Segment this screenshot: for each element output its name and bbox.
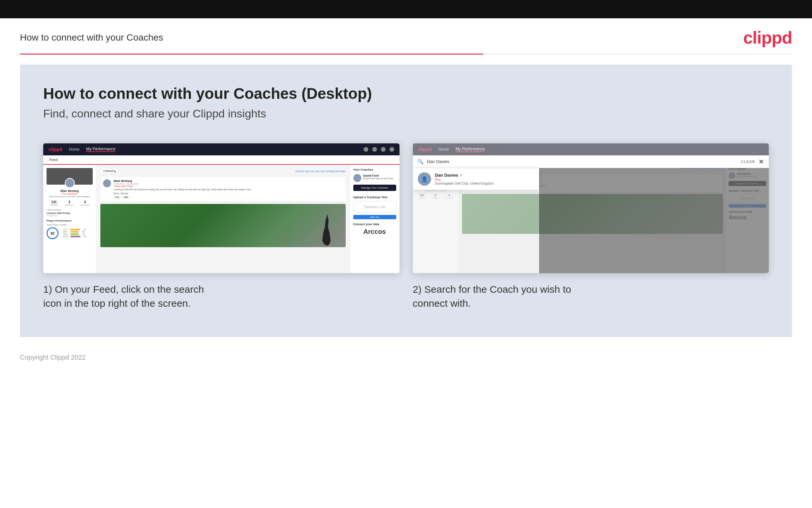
- manage-coaches-button[interactable]: Manage Your Coaches: [353, 185, 396, 191]
- post-content-1: Blair McHarg Yesterday · Sunningdale Les…: [114, 179, 252, 199]
- user-icon-nav[interactable]: [389, 147, 394, 152]
- control-link-1[interactable]: Control who can see your activity and da…: [295, 170, 346, 173]
- connect-title-1: Connect your data: [353, 222, 396, 226]
- feed-tab-1[interactable]: Feed: [43, 155, 399, 165]
- search-result-role: Pro: [435, 178, 494, 182]
- pq-bar-app: APP 85: [63, 231, 86, 233]
- profile-icon-nav[interactable]: [372, 147, 377, 152]
- nav-myperformance-1[interactable]: My Performance: [86, 147, 115, 152]
- main-title: How to connect with your Coaches (Deskto…: [43, 85, 769, 102]
- nav-home-2: Home: [438, 147, 449, 152]
- caption-2: 2) Search for the Coach you wish toconne…: [413, 283, 769, 310]
- profile-club-1: Royal North Devon Golf Club, United King…: [47, 196, 93, 198]
- following-button[interactable]: Following: [100, 168, 119, 174]
- tag-app: APP: [122, 196, 130, 199]
- search-result-club: Sunningdale Golf Club, United Kingdom: [435, 182, 494, 185]
- dark-overlay-right: [539, 168, 769, 273]
- nav-icons-1: [364, 147, 394, 152]
- search-result-item[interactable]: 👤 Dan Davies ✓ Pro Sunningdale Golf Club…: [418, 172, 534, 186]
- screenshot-col-2: clippd Home My Performance Feed: [413, 143, 769, 310]
- search-result-avatar: 👤: [418, 172, 431, 186]
- coach-club-1: Royal North Devon Golf Club: [363, 177, 393, 180]
- pq-bar-putt: PUTT 96: [63, 236, 86, 238]
- activity-date-1: 03 Aug 2022: [47, 215, 93, 217]
- footer: Copyright Clippd 2022: [0, 347, 812, 368]
- clear-button[interactable]: CLEAR: [741, 160, 755, 164]
- app-nav-1: clippd Home My Performance: [43, 143, 399, 155]
- pq-bars: OTT 90 APP 85 ARG: [63, 228, 86, 238]
- main-subtitle: Find, connect and share your Clippd insi…: [43, 107, 769, 120]
- search-result-name-row: Dan Davies ✓: [435, 173, 494, 178]
- golfer-silhouette-1: [319, 214, 336, 247]
- app-body-1: Blair McHarg Plus Handicap Royal North D…: [43, 165, 399, 273]
- trackman-placeholder: Trackman Link: [364, 205, 385, 209]
- close-button[interactable]: ✕: [759, 158, 764, 166]
- screenshots-row: clippd Home My Performance Feed: [43, 143, 769, 310]
- main-content: How to connect with your Coaches (Deskto…: [20, 65, 792, 337]
- trackman-box-1: Trackman Link: [353, 201, 396, 213]
- activity-name-1: Lesson with Fordy: [47, 212, 93, 215]
- post-card-1: Blair McHarg Yesterday · Sunningdale Les…: [100, 177, 346, 201]
- page-title: How to connect with your Coaches: [20, 32, 163, 43]
- profile-handicap-1: Plus Handicap: [47, 193, 93, 195]
- coach-name-1: David Ford: [363, 174, 393, 177]
- nav-logo-2: clippd: [418, 147, 432, 152]
- header: How to connect with your Coaches clippd: [0, 18, 812, 53]
- add-link-button[interactable]: Add Link: [353, 215, 396, 219]
- stat-following: 4 Following: [81, 200, 89, 206]
- header-divider: [20, 53, 792, 54]
- player-perf-title: Player Performance: [47, 219, 93, 222]
- coach-info-1: David Ford Royal North Devon Golf Club: [363, 174, 393, 180]
- search-result-info: Dan Davies ✓ Pro Sunningdale Golf Club, …: [435, 173, 494, 185]
- post-time-1: Yesterday · Sunningdale: [114, 183, 252, 185]
- coach-item-1: David Ford Royal North Devon Golf Club: [353, 174, 396, 182]
- nav-myperformance-2: My Performance: [456, 147, 485, 152]
- post-tags-1: OTT APP: [114, 196, 252, 199]
- left-panel-1: Blair McHarg Plus Handicap Royal North D…: [43, 165, 96, 273]
- mid-panel-1: Following Control who can see your activ…: [96, 165, 350, 273]
- top-bar: [0, 0, 812, 18]
- feed-tab-label-1: Feed: [49, 158, 57, 162]
- search-icon-overlay: 🔍: [418, 159, 424, 165]
- search-result-dropdown: 👤 Dan Davies ✓ Pro Sunningdale Golf Club…: [413, 168, 539, 190]
- tag-ott: OTT: [114, 196, 121, 199]
- latest-activity-label: Latest Activity: [47, 209, 93, 211]
- post-duration-1: 01 hr : 30 min: [114, 192, 252, 195]
- search-result-name: Dan Davies: [435, 173, 458, 178]
- stats-2-bg: 131Activities 3Followers 4Following: [416, 194, 457, 199]
- nav-logo-1: clippd: [49, 147, 62, 152]
- screenshot-col-1: clippd Home My Performance Feed: [43, 143, 399, 310]
- caption-1: 1) On your Feed, click on the searchicon…: [43, 283, 399, 310]
- app-nav-2-bg: clippd Home My Performance: [413, 143, 769, 155]
- search-bar-overlay: 🔍 Dan Davies CLEAR ✕: [413, 155, 769, 168]
- profile-banner-1: [47, 168, 93, 185]
- right-panel-1: Your Coaches David Ford Royal North Devo…: [350, 165, 399, 273]
- post-text-1: Looking to feel like my hands are exitin…: [114, 188, 252, 191]
- app-screenshot-1: clippd Home My Performance Feed: [43, 143, 399, 273]
- stat-activities: 131 Activities: [50, 200, 58, 206]
- profile-name-1: Blair McHarg: [47, 189, 93, 193]
- profile-stats-1: 131 Activities 3 Followers 4 Following: [47, 200, 93, 206]
- arccos-logo-1: Arccos: [353, 228, 396, 236]
- coach-avatar-1: [353, 174, 361, 182]
- stat-followers: 3 Followers: [65, 200, 74, 206]
- avatar-1: [65, 178, 75, 188]
- search-query-text[interactable]: Dan Davies: [427, 159, 738, 164]
- nav-home-1[interactable]: Home: [69, 147, 80, 152]
- pq-bar-arg: ARG 86: [63, 233, 86, 235]
- copyright-text: Copyright Clippd 2022: [20, 354, 86, 361]
- pq-bar-ott: OTT 90: [63, 228, 86, 230]
- post-subtitle-1: Lesson with Fordy: [114, 185, 252, 187]
- clippd-logo: clippd: [743, 28, 792, 48]
- settings-icon-nav[interactable]: [381, 147, 386, 152]
- post-author-1: Blair McHarg: [114, 179, 252, 183]
- post-image-1: [100, 204, 346, 247]
- following-row-1: Following Control who can see your activ…: [100, 168, 346, 174]
- upload-title-1: Upload a Trackman Test: [353, 196, 396, 199]
- post-avatar-1: [103, 179, 111, 187]
- pq-score-circle: 92: [47, 227, 58, 239]
- verified-icon: ✓: [460, 173, 463, 178]
- search-icon-nav[interactable]: [364, 147, 368, 152]
- coaches-title-1: Your Coaches: [353, 168, 396, 171]
- app-screenshot-2: clippd Home My Performance Feed: [413, 143, 769, 273]
